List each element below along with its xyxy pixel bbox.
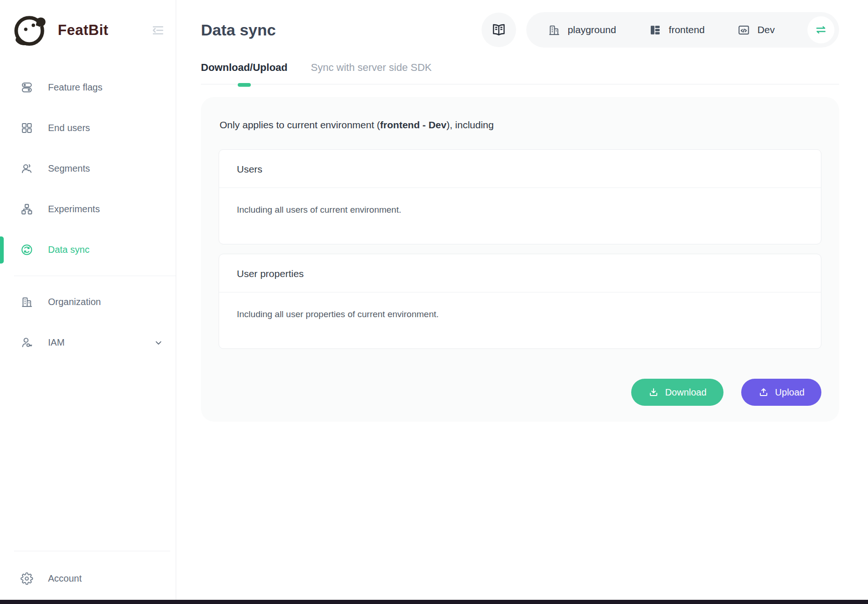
users-card-description: Including all users of current environme… [219,188,821,244]
sidebar-item-label: IAM [48,337,65,348]
sidebar-item-account[interactable]: Account [0,557,176,600]
featbit-logo-icon [12,12,48,49]
main-content: Data sync [176,0,868,604]
environment-notice: Only applies to current environment (fro… [219,119,821,131]
sidebar-item-label: End users [48,123,90,133]
window-bottom-edge [0,600,868,604]
sidebar-item-label: Segments [48,163,90,174]
code-window-icon [737,24,750,36]
active-indicator [0,236,4,264]
sidebar-item-feature-flags[interactable]: Feature flags [0,67,176,108]
tab-label: Download/Upload [201,62,288,73]
users-card-title: Users [219,150,821,188]
tab-sync-server-sdk[interactable]: Sync with server side SDK [311,62,432,74]
sidebar-item-iam[interactable]: IAM [0,322,176,363]
data-sync-icon [21,243,33,256]
sidebar-item-end-users[interactable]: End users [0,108,176,148]
chevron-down-icon [153,338,164,348]
tab-label: Sync with server side SDK [311,62,432,73]
sidebar-item-organization[interactable]: Organization [0,282,176,322]
download-button[interactable]: Download [631,379,723,406]
sidebar-item-label: Account [48,573,82,584]
user-properties-card-description: Including all user properties of current… [219,292,821,348]
sidebar-nav: Feature flags End users [0,61,176,545]
sidebar-item-label: Data sync [48,244,90,255]
context-switcher: playground frontend [526,12,839,48]
download-icon [648,387,659,398]
product-name: frontend [669,24,705,35]
sidebar-item-experiments[interactable]: Experiments [0,189,176,229]
product-selector[interactable]: frontend [649,24,705,36]
segments-icon [21,162,33,175]
sidebar-item-data-sync[interactable]: Data sync [0,229,176,270]
environment-selector[interactable]: Dev [737,24,775,36]
iam-icon [21,336,33,349]
organization-icon [21,296,33,308]
notice-suffix: ), including [447,119,494,130]
docs-button[interactable] [482,13,516,47]
swap-icon [814,23,828,37]
user-properties-card-title: User properties [219,254,821,292]
app-root: FeatBit Feature flags [0,0,868,604]
sidebar: FeatBit Feature flags [0,0,176,604]
upload-button[interactable]: Upload [741,379,821,406]
logo-row: FeatBit [0,0,176,61]
sidebar-divider [14,276,176,276]
notice-prefix: Only applies to current environment ( [220,119,380,130]
sidebar-bottom: Account [0,545,176,600]
user-properties-card: User properties Including all user prope… [219,254,821,349]
end-users-icon [21,122,33,134]
experiments-icon [21,203,33,215]
sidebar-divider [14,551,170,551]
project-name: playground [568,24,616,35]
sidebar-item-segments[interactable]: Segments [0,148,176,189]
sidebar-item-label: Feature flags [48,82,103,93]
panel-actions: Download Upload [219,379,821,406]
book-open-icon [491,22,507,38]
sidebar-item-label: Experiments [48,204,100,215]
main-header: Data sync [201,7,839,53]
switch-environment-button[interactable] [807,16,834,43]
notice-environment: frontend - Dev [380,119,446,130]
header-right: playground frontend [482,12,839,48]
active-tab-indicator [238,83,251,87]
building-icon [548,24,560,36]
tab-download-upload[interactable]: Download/Upload [201,62,288,74]
sidebar-item-label: Organization [48,297,101,307]
gear-icon [21,572,33,585]
project-selector[interactable]: playground [548,24,616,36]
page-title: Data sync [201,21,276,39]
download-button-label: Download [665,387,707,398]
environment-name: Dev [758,24,775,35]
feature-flags-icon [21,81,33,94]
download-upload-panel: Only applies to current environment (fro… [201,97,839,422]
menu-fold-icon[interactable] [150,22,166,39]
tab-bar: Download/Upload Sync with server side SD… [201,62,839,84]
server-stack-icon [649,24,661,36]
upload-icon [758,387,769,398]
users-card: Users Including all users of current env… [219,149,821,244]
upload-button-label: Upload [775,387,805,398]
brand-name: FeatBit [58,22,109,39]
